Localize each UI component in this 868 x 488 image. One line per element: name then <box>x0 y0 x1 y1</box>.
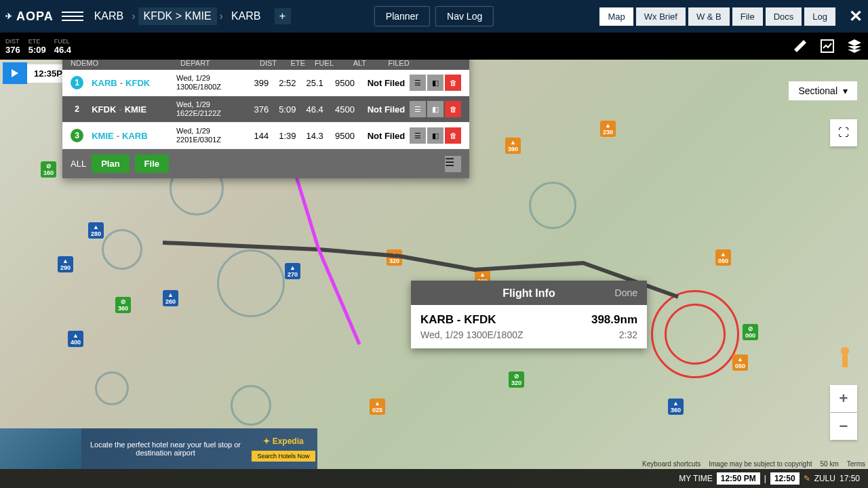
user-label: NDEMO <box>71 59 92 67</box>
tab-map[interactable]: Map <box>599 7 633 26</box>
play-button[interactable] <box>3 62 27 84</box>
col-filed: FILED <box>374 59 423 67</box>
hamburger-menu-icon[interactable] <box>62 5 83 27</box>
subheader-tools <box>792 38 863 54</box>
mytime-value: 12:50 PM <box>717 472 760 485</box>
tab-wxbrief[interactable]: Wx Brief <box>636 7 686 26</box>
col-dist: DIST <box>248 59 277 67</box>
row-number: 1 <box>71 76 83 89</box>
trip-row[interactable]: 2 KFDK-KMIE Wed, 1/29 1622E/2122Z 376 5:… <box>62 96 469 123</box>
logo-wings-icon: ✈ <box>5 12 14 21</box>
brief-icon[interactable]: ◧ <box>427 75 443 91</box>
planner-button[interactable]: Planner <box>374 6 430 26</box>
header-center-buttons: Planner Nav Log <box>374 6 494 26</box>
row-ete: 5:09 <box>269 104 296 115</box>
row-fuel: 46.4 <box>296 104 323 115</box>
breadcrumb-1[interactable]: KFDK > KMIE <box>138 7 217 25</box>
file-all-button[interactable]: File <box>135 155 169 173</box>
flight-info-route: KARB - KFDK <box>420 313 496 327</box>
ad-text: Locate the perfect hotel near your fuel … <box>81 441 250 457</box>
done-button[interactable]: Done <box>615 287 637 298</box>
local-time-value: 12:50 <box>770 472 800 485</box>
breadcrumb-sep: › <box>220 10 223 22</box>
chevron-down-icon: ▾ <box>843 85 848 96</box>
trip-row[interactable]: 1 KARB-KFDK Wed, 1/29 1300E/1800Z 399 2:… <box>62 70 469 96</box>
breadcrumb-0[interactable]: KARB <box>89 7 130 25</box>
row-alt: 9500 <box>323 78 355 88</box>
col-fuel: FUEL <box>305 59 334 67</box>
row-depart: Wed, 1/29 1300E/1800Z <box>176 74 241 92</box>
bottom-time-bar: MY TIME 12:50 PM | 12:50 ✎ ZULU 17:50 <box>0 469 868 488</box>
col-ete: ETE <box>277 59 305 67</box>
row-fuel: 25.1 <box>296 78 323 88</box>
zulu-time-value: 17:50 <box>840 474 860 483</box>
flight-info-ete: 2:32 <box>619 329 637 340</box>
flight-info-popup: Flight Info Done KARB - KFDK 398.9nm Wed… <box>411 281 647 348</box>
mytime-label: MY TIME <box>679 474 713 483</box>
navlog-icon[interactable]: ☰ <box>410 127 426 144</box>
ad-logo: ✦ Expedia <box>250 436 317 446</box>
flight-info-header: Flight Info Done <box>411 281 647 305</box>
svg-point-1 <box>841 347 849 355</box>
row-number: 2 <box>71 102 83 116</box>
zoom-out-button[interactable]: − <box>830 413 857 440</box>
row-dist: 144 <box>241 131 269 141</box>
flight-info-body: KARB - KFDK 398.9nm Wed, 1/29 1300E/1800… <box>411 305 647 348</box>
row-fuel: 14.3 <box>296 131 323 141</box>
ad-cta-button[interactable]: Search Hotels Now <box>252 451 315 462</box>
plan-all-button[interactable]: Plan <box>92 155 129 173</box>
fullscreen-button[interactable]: ⛶ <box>830 119 857 146</box>
row-number: 3 <box>71 129 83 142</box>
close-button[interactable]: ✕ <box>849 7 863 26</box>
delete-button[interactable]: 🗑 <box>445 127 461 144</box>
aopa-logo: ✈ AOPA <box>5 9 54 24</box>
row-route: KFDK-KMIE <box>92 104 176 115</box>
map-attribution: Keyboard shortcuts Image may be subject … <box>642 460 865 468</box>
main-header: ✈ AOPA KARB › KFDK > KMIE › KARB + Plann… <box>0 0 868 33</box>
pencil-icon[interactable]: ✎ <box>804 474 810 483</box>
row-alt: 9500 <box>323 131 355 141</box>
row-depart: Wed, 1/29 1622E/2122Z <box>176 100 241 118</box>
navlog-button[interactable]: Nav Log <box>435 6 494 26</box>
chart-icon[interactable] <box>819 38 835 54</box>
zoom-in-button[interactable]: + <box>830 385 857 412</box>
flight-info-depart: Wed, 1/29 1300E/1800Z <box>420 329 524 340</box>
row-ete: 1:39 <box>269 131 296 141</box>
row-ete: 2:52 <box>269 78 296 88</box>
streetview-pegman-icon[interactable] <box>834 346 856 373</box>
row-filed: Not Filed <box>363 78 410 88</box>
flight-info-title: Flight Info <box>502 287 555 300</box>
navlog-icon[interactable]: ☰ <box>410 101 426 117</box>
delete-button[interactable]: 🗑 <box>445 75 461 91</box>
breadcrumb-2[interactable]: KARB <box>226 7 267 25</box>
row-route: KARB-KFDK <box>92 78 176 88</box>
breadcrumb-sep: › <box>132 10 135 22</box>
add-leg-button[interactable]: + <box>275 8 291 24</box>
row-route: KMIE-KARB <box>92 131 176 141</box>
tab-log[interactable]: Log <box>804 7 835 26</box>
tab-wb[interactable]: W & B <box>688 7 730 26</box>
map-type-dropdown[interactable]: Sectional ▾ <box>789 81 857 100</box>
row-depart: Wed, 1/29 2201E/0301Z <box>176 127 241 144</box>
delete-button[interactable]: 🗑 <box>445 101 461 117</box>
trip-row[interactable]: 3 KMIE-KARB Wed, 1/29 2201E/0301Z 144 1:… <box>62 123 469 149</box>
navlog-icon[interactable]: ☰ <box>410 75 426 91</box>
trip-footer: ALL Plan File ☰ <box>62 149 469 178</box>
scale-label: 50 km <box>821 460 839 468</box>
terms-link[interactable]: Terms <box>847 460 865 468</box>
row-dist: 399 <box>241 78 269 88</box>
tab-file[interactable]: File <box>732 7 763 26</box>
brief-icon[interactable]: ◧ <box>427 127 443 144</box>
navlog-all-icon[interactable]: ☰ <box>445 156 461 172</box>
map-controls: ⛶ <box>830 119 857 146</box>
layers-icon[interactable] <box>846 38 863 54</box>
tab-docs[interactable]: Docs <box>766 7 802 26</box>
stats-bar: DIST 376 ETE 5:09 FUEL 46.4 <box>0 33 868 60</box>
stat-ete: ETE 5:09 <box>28 38 46 55</box>
flight-info-distance: 398.9nm <box>591 313 637 327</box>
ad-image <box>0 428 81 469</box>
brief-icon[interactable]: ◧ <box>427 101 443 117</box>
ruler-icon[interactable] <box>792 38 808 54</box>
ad-banner[interactable]: Locate the perfect hotel near your fuel … <box>0 428 317 469</box>
keyboard-shortcuts-link[interactable]: Keyboard shortcuts <box>642 460 701 468</box>
